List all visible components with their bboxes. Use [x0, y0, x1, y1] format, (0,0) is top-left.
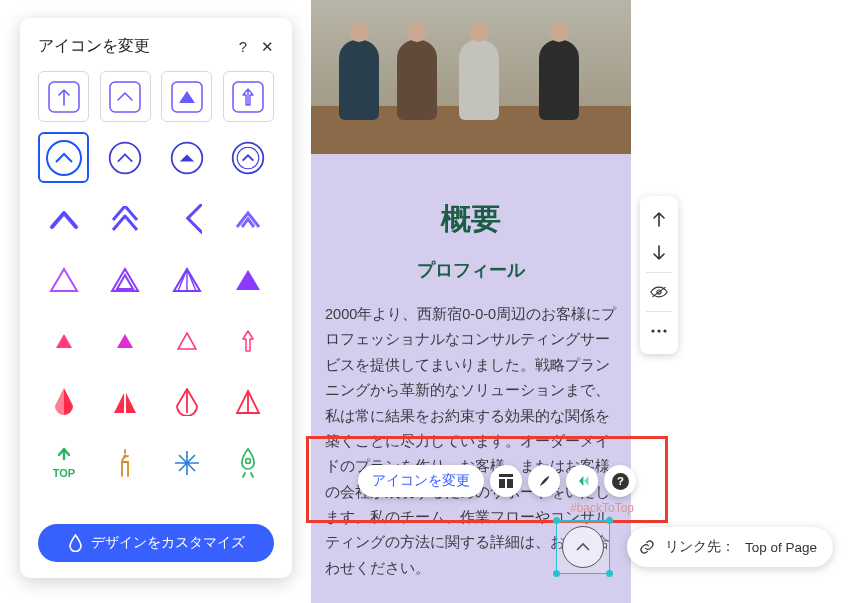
brush-icon [537, 474, 552, 489]
icon-option[interactable] [38, 315, 89, 366]
svg-point-7 [651, 329, 654, 332]
question-icon: ? [612, 473, 629, 490]
canvas-toolbar [640, 196, 678, 354]
icon-option[interactable] [223, 71, 274, 122]
icon-option[interactable] [100, 132, 151, 183]
svg-text:TOP: TOP [52, 467, 74, 479]
icon-option[interactable]: TOP [38, 437, 89, 488]
svg-point-18 [238, 147, 260, 169]
arrow-down-icon [652, 245, 666, 261]
move-down-button[interactable] [640, 236, 678, 270]
page-heading: 概要 [325, 199, 617, 240]
resize-handle[interactable] [606, 517, 613, 524]
drop-icon [68, 534, 83, 552]
icon-option[interactable] [161, 376, 212, 427]
icon-option[interactable] [100, 254, 151, 305]
animation-tool-button[interactable] [566, 465, 598, 497]
link-icon [639, 539, 655, 555]
icon-option[interactable] [161, 254, 212, 305]
icon-option[interactable] [161, 315, 212, 366]
layout-icon [498, 473, 514, 489]
svg-point-8 [657, 329, 660, 332]
icon-option[interactable] [161, 193, 212, 244]
icon-option[interactable] [38, 71, 89, 122]
svg-rect-0 [499, 474, 513, 477]
resize-handle[interactable] [606, 570, 613, 577]
chevron-up-icon [573, 537, 593, 557]
svg-point-14 [47, 141, 81, 175]
change-icon-button[interactable]: アイコンを変更 [358, 465, 484, 497]
layout-tool-button[interactable] [490, 465, 522, 497]
icon-option[interactable] [223, 315, 274, 366]
icon-option[interactable] [161, 437, 212, 488]
svg-point-15 [110, 142, 141, 173]
move-up-button[interactable] [640, 202, 678, 236]
panel-close-button[interactable]: ✕ [261, 38, 274, 56]
icon-option[interactable] [100, 437, 151, 488]
icon-option[interactable] [161, 71, 212, 122]
icon-option[interactable] [38, 254, 89, 305]
icon-option[interactable] [223, 132, 274, 183]
icon-option[interactable] [100, 315, 151, 366]
icon-option[interactable] [223, 193, 274, 244]
eye-off-icon [650, 285, 668, 299]
more-button[interactable] [640, 314, 678, 348]
icon-option[interactable] [100, 193, 151, 244]
resize-handle[interactable] [553, 517, 560, 524]
element-toolbar: アイコンを変更 ? [358, 464, 636, 498]
link-label: リンク先： [665, 538, 735, 556]
icon-option[interactable] [223, 254, 274, 305]
svg-text:?: ? [617, 475, 624, 487]
svg-rect-2 [507, 479, 513, 488]
element-id-label: #backToTop [570, 501, 634, 515]
svg-rect-1 [499, 479, 505, 488]
icon-option[interactable] [38, 376, 89, 427]
design-tool-button[interactable] [528, 465, 560, 497]
ellipsis-icon [651, 329, 667, 333]
panel-help-button[interactable]: ? [239, 38, 247, 55]
back-to-top-element[interactable] [556, 520, 610, 574]
svg-rect-11 [110, 82, 140, 112]
link-destination: Top of Page [745, 540, 817, 555]
icon-option[interactable] [161, 132, 212, 183]
page-subheading: プロフィール [325, 258, 617, 282]
icon-option-selected[interactable] [38, 132, 89, 183]
arrow-up-icon [652, 211, 666, 227]
visibility-button[interactable] [640, 275, 678, 309]
hero-image [311, 0, 631, 154]
svg-rect-19 [188, 204, 202, 232]
icon-option[interactable] [100, 376, 151, 427]
svg-point-23 [246, 458, 251, 463]
resize-handle[interactable] [553, 570, 560, 577]
icon-option[interactable] [223, 376, 274, 427]
customize-design-label: デザインをカスタマイズ [91, 534, 245, 552]
animation-icon [574, 474, 591, 488]
svg-point-9 [663, 329, 666, 332]
icon-option[interactable] [223, 437, 274, 488]
icon-option[interactable] [100, 71, 151, 122]
svg-point-22 [185, 460, 189, 464]
icon-grid: TOP [38, 71, 274, 512]
customize-design-button[interactable]: デザインをカスタマイズ [38, 524, 274, 562]
help-tool-button[interactable]: ? [604, 465, 636, 497]
change-icon-panel: アイコンを変更 ? ✕ [20, 18, 292, 578]
svg-point-21 [124, 454, 127, 457]
link-destination-tooltip[interactable]: リンク先： Top of Page [627, 527, 833, 567]
icon-option[interactable] [38, 193, 89, 244]
panel-title: アイコンを変更 [38, 36, 150, 57]
